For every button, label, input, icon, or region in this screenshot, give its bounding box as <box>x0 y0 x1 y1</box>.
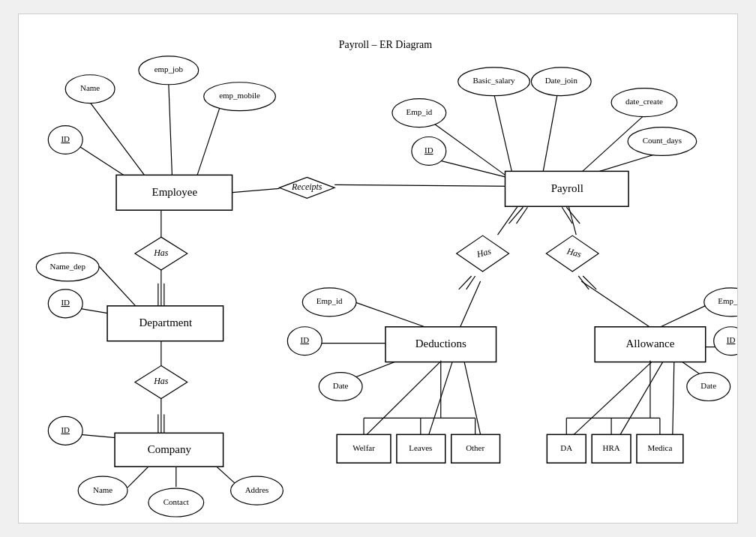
attr-emp-mobile-label: emp_mobile <box>219 91 260 100</box>
entity-allowance-label: Allowance <box>626 338 675 350</box>
attr-date-create-label: date_create <box>626 97 663 106</box>
attr-name-emp-label: Name <box>80 83 100 92</box>
svg-line-19 <box>334 184 512 186</box>
svg-line-31 <box>464 361 481 435</box>
svg-line-33 <box>574 361 653 435</box>
er-diagram-container: Payroll – ER Diagram <box>18 14 738 524</box>
svg-line-56 <box>459 276 472 290</box>
attr-emp-job-label: emp_job <box>154 64 184 74</box>
attr-id-emp-label: ID <box>61 134 70 143</box>
entity-company-label: Company <box>148 443 192 455</box>
attr-basic-salary-label: Basic_salary <box>473 76 515 85</box>
attr-count-days-label: Count_days <box>643 136 682 145</box>
attr-name-comp-label: Name <box>93 485 112 494</box>
entity-deductions-label: Deductions <box>416 338 466 350</box>
entity-payroll-label: Payroll <box>551 182 584 194</box>
subtype-medica-label: Medica <box>647 443 672 452</box>
attr-id-all-label: ID <box>727 335 736 344</box>
relationship-has-emp-dept-label: Has <box>153 248 169 258</box>
svg-line-55 <box>566 207 580 224</box>
svg-line-35 <box>673 361 674 435</box>
svg-line-0 <box>90 103 150 183</box>
svg-line-2 <box>195 104 221 183</box>
attr-emp-id-all-label: Emp_id <box>718 296 737 305</box>
attr-emp-id-ded-label: Emp_id <box>316 296 343 305</box>
svg-line-34 <box>620 361 664 435</box>
svg-line-36 <box>355 302 429 328</box>
svg-line-53 <box>516 207 527 224</box>
diagram-title: Payroll – ER Diagram <box>339 39 432 50</box>
svg-line-1 <box>169 84 172 183</box>
svg-line-28 <box>460 281 481 327</box>
attr-id-comp-label: ID <box>61 425 70 434</box>
attr-date-all-label: Date <box>700 381 716 390</box>
svg-line-57 <box>466 276 476 290</box>
svg-line-22 <box>542 94 557 176</box>
svg-line-32 <box>581 281 650 327</box>
svg-line-58 <box>578 276 589 290</box>
entity-department-label: Department <box>140 316 193 328</box>
svg-line-21 <box>494 94 513 176</box>
subtype-other-label: Other <box>466 443 484 452</box>
svg-line-29 <box>367 361 442 435</box>
subtype-da-label: DA <box>560 443 572 452</box>
relationship-has-dept-comp-label: Has <box>153 376 169 386</box>
attr-contact-comp-label: Contact <box>164 497 189 506</box>
attr-emp-id-payroll-label: Emp_id <box>406 107 432 116</box>
attr-id-dept-label: ID <box>61 298 70 307</box>
attr-id-payroll-label: ID <box>424 146 434 154</box>
subtype-hra-label: HRA <box>603 443 620 452</box>
attr-date-join-label: Date_join <box>545 76 578 85</box>
svg-line-59 <box>583 276 596 290</box>
relationship-receipts-label: Receipts <box>291 182 322 192</box>
attr-date-ded-label: Date <box>333 381 349 390</box>
subtype-welfar-label: Welfar <box>352 443 375 452</box>
attr-id-ded-label: ID <box>301 335 310 344</box>
attr-name-dep-label: Name_dep <box>50 262 86 271</box>
entity-employee-label: Employee <box>152 186 198 198</box>
subtype-leaves-label: Leaves <box>409 443 432 452</box>
attr-addres-comp-label: Addres <box>245 485 269 494</box>
